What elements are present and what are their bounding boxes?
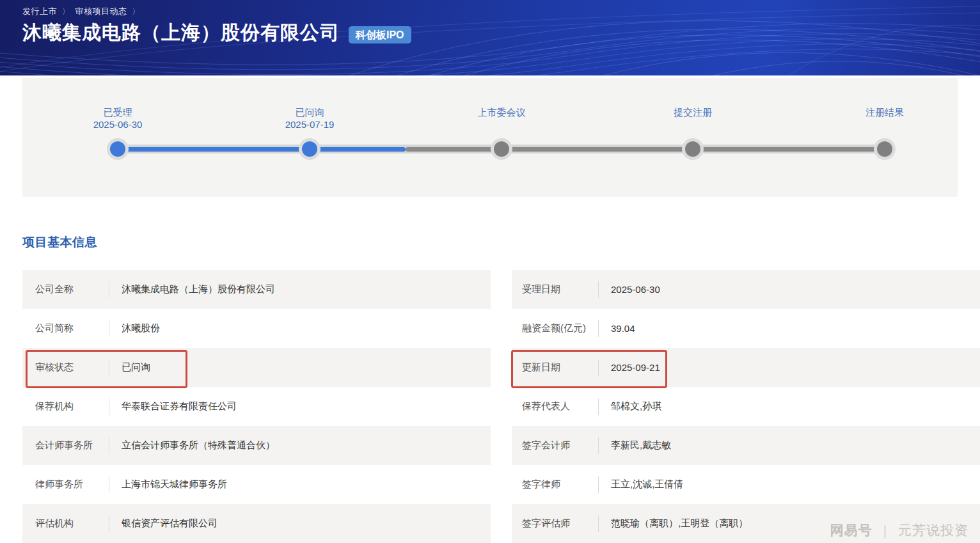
table-row-law-firm: 律师事务所 上海市锦天城律师事务所 [22,465,491,504]
field-label: 保荐机构 [22,400,109,413]
watermark-brand: 网易号 [830,521,872,539]
timeline-stage-registration-submitted: 提交注册 [622,106,763,118]
page-title: 沐曦集成电路（上海）股份有限公司 [22,20,340,46]
stage-label: 已受理 [47,106,188,118]
field-value: 邹棉文,孙琪 [599,400,661,413]
stage-date: 2025-06-30 [47,118,188,130]
breadcrumb: 发行上市 〉 审核项目动态 〉 [22,6,140,17]
title-row: 沐曦集成电路（上海）股份有限公司 科创板IPO [22,20,411,46]
table-row-acceptance-date: 受理日期 2025-06-30 [512,270,980,309]
field-label: 评估机构 [22,517,109,530]
table-row-sponsor: 保荐机构 华泰联合证券有限责任公司 [22,387,491,426]
stage-date: 2025-07-19 [239,118,380,130]
stage-dot-submit-icon [682,138,704,160]
field-label: 公司全称 [22,283,109,295]
timeline-track-remaining [406,147,885,152]
field-label: 公司简称 [22,322,109,334]
basic-info-table-right: 受理日期 2025-06-30 融资金额(亿元) 39.04 更新日期 2025… [512,270,980,543]
review-progress-timeline: 已受理 2025-06-30 已问询 2025-07-19 上市委会议 提交注册… [22,78,958,197]
field-value: 华泰联合证券有限责任公司 [109,400,237,413]
field-label: 签字律师 [512,478,598,491]
table-row-review-status: 审核状态 已问询 [22,348,491,387]
field-value: 39.04 [599,323,635,334]
stage-label: 提交注册 [622,106,763,118]
field-value: 2025-09-21 [599,362,660,373]
timeline-stage-committee-meeting: 上市委会议 [431,106,572,118]
field-label: 更新日期 [512,361,598,374]
field-value: 范晓瑜（离职）,王明登（离职） [599,517,748,530]
stage-label: 上市委会议 [431,106,572,118]
stage-dot-result-icon [874,138,896,160]
table-row-financing-amount: 融资金额(亿元) 39.04 [512,309,980,348]
stage-dot-accepted-icon [107,138,129,160]
table-row-company-full-name: 公司全称 沐曦集成电路（上海）股份有限公司 [22,270,491,309]
table-row-update-date: 更新日期 2025-09-21 [512,348,980,387]
breadcrumb-item-listing[interactable]: 发行上市 [22,6,57,17]
basic-info-table-left: 公司全称 沐曦集成电路（上海）股份有限公司 公司简称 沐曦股份 审核状态 已问询… [22,270,491,543]
field-label: 受理日期 [512,283,598,295]
table-row-appraisal-agency: 评估机构 银信资产评估有限公司 [22,504,491,543]
timeline-stage-inquired: 已问询 2025-07-19 [239,106,380,130]
table-row-signing-lawyers: 签字律师 王立,沈诚,王倩倩 [512,465,980,504]
field-value: 上海市锦天城律师事务所 [109,478,227,491]
field-value: 2025-06-30 [599,284,660,295]
field-label: 融资金额(亿元) [512,322,598,334]
table-row-accounting-firm: 会计师事务所 立信会计师事务所（特殊普通合伙） [22,426,491,465]
breadcrumb-separator-icon: 〉 [132,6,141,17]
field-value: 王立,沈诚,王倩倩 [599,478,683,491]
field-value: 沐曦股份 [109,322,160,334]
timeline-track-completed [118,147,406,152]
field-value: 已问询 [109,361,150,374]
section-title-basic-info: 项目基本信息 [22,234,97,251]
field-value: 银信资产评估有限公司 [109,517,217,530]
ipo-board-badge: 科创板IPO [349,26,411,43]
stage-dot-inquired-icon [299,138,320,160]
field-label: 会计师事务所 [22,439,109,452]
field-value: 李新民,戴志敏 [599,439,671,452]
stage-dot-committee-icon [491,138,512,160]
stage-label: 已问询 [239,106,380,118]
table-row-signing-accountants: 签字会计师 李新民,戴志敏 [512,426,980,465]
field-label: 审核状态 [22,361,109,374]
watermark-divider: ｜ [878,522,892,539]
field-label: 律师事务所 [22,478,109,491]
header-banner: 发行上市 〉 审核项目动态 〉 沐曦集成电路（上海）股份有限公司 科创板IPO [0,0,980,75]
field-label: 签字会计师 [512,439,598,452]
breadcrumb-separator-icon: 〉 [62,6,70,17]
field-label: 保荐代表人 [512,400,598,413]
field-value: 沐曦集成电路（上海）股份有限公司 [109,283,275,295]
field-value: 立信会计师事务所（特殊普通合伙） [109,439,275,452]
field-label: 签字评估师 [512,517,598,530]
stage-label: 注册结果 [814,106,955,118]
watermark: 网易号 ｜ 元芳说投资 [830,521,968,539]
timeline-stage-registration-result: 注册结果 [814,106,955,118]
table-row-sponsor-representatives: 保荐代表人 邹棉文,孙琪 [512,387,980,426]
breadcrumb-item-project-status[interactable]: 审核项目动态 [75,6,127,17]
watermark-author: 元芳说投资 [898,521,968,539]
table-row-company-short-name: 公司简称 沐曦股份 [22,309,491,348]
timeline-stage-accepted: 已受理 2025-06-30 [47,106,188,130]
